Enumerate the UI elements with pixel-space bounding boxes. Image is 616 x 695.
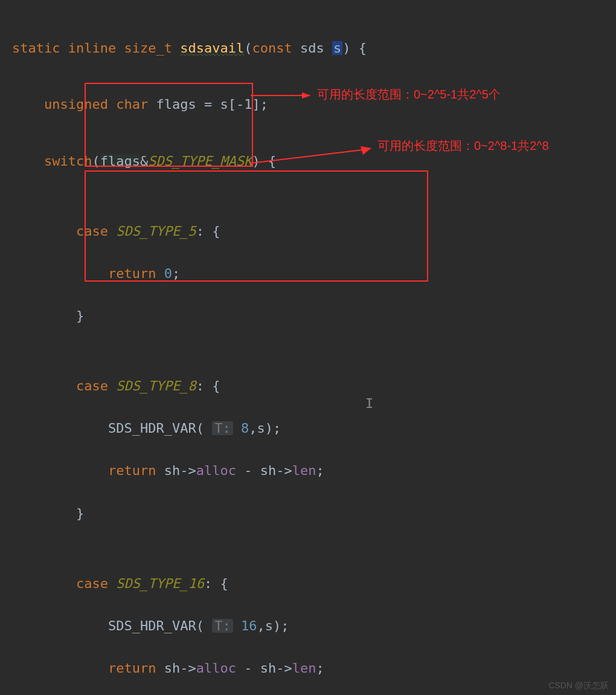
hint16: T: — [212, 619, 233, 633]
code-block: static inline size_t sdsavail(const sds … — [0, 0, 616, 695]
tval16: 16 — [241, 619, 257, 633]
semi5: ; — [172, 267, 180, 280]
kw-char: char — [116, 97, 148, 111]
minus8: - — [236, 464, 260, 477]
semi8: ; — [316, 464, 324, 477]
semi16: ; — [316, 661, 324, 675]
amp: & — [140, 154, 148, 168]
pname: s — [332, 41, 342, 55]
brace5: { — [212, 224, 220, 238]
kw-const: const — [252, 41, 292, 55]
rhs: s[-1]; — [220, 97, 268, 111]
hint8: T: — [212, 421, 233, 435]
kw-inline: inline — [68, 41, 116, 55]
var-flags: flags — [156, 97, 196, 111]
type-sizet: size_t — [124, 41, 172, 55]
rbrace8: } — [76, 506, 84, 520]
alloc16: alloc — [196, 661, 236, 675]
text-cursor-icon: I — [365, 396, 373, 411]
sh16a: sh-> — [164, 661, 196, 675]
kw-case16: case — [76, 577, 108, 590]
kw-static: static — [12, 41, 60, 55]
macro16: SDS_HDR_VAR — [108, 619, 196, 633]
watermark: CSDN @沃怎跃 — [548, 680, 609, 691]
macro8: SDS_HDR_VAR — [108, 421, 196, 435]
kw-case5: case — [76, 224, 108, 238]
sh16b: sh-> — [260, 661, 292, 675]
fn-name: sdsavail — [180, 41, 244, 55]
return8: return — [108, 464, 156, 477]
tval8: 8 — [241, 421, 249, 435]
return16: return — [108, 661, 156, 675]
kw-unsigned: unsigned — [44, 97, 108, 111]
rbrace5: } — [76, 309, 84, 323]
paren: ( — [92, 154, 100, 168]
mask: SDS_TYPE_MASK — [148, 154, 252, 168]
arg16: ,s); — [257, 619, 289, 633]
kw-case8: case — [76, 379, 108, 393]
kw-switch: switch — [44, 154, 92, 168]
close: ) { — [252, 154, 276, 168]
eq: = — [204, 97, 212, 111]
label16: SDS_TYPE_16 — [116, 577, 204, 590]
arg8: ,s); — [249, 421, 281, 435]
colon5: : — [196, 224, 204, 238]
switch-var: flags — [100, 154, 140, 168]
minus16: - — [236, 661, 260, 675]
len8: len — [292, 464, 316, 477]
alloc8: alloc — [196, 464, 236, 477]
val5: 0 — [164, 267, 172, 280]
sh8b: sh-> — [260, 464, 292, 477]
len16: len — [292, 661, 316, 675]
label5: SDS_TYPE_5 — [116, 224, 196, 238]
sig-open: ( — [244, 41, 252, 55]
sh8a: sh-> — [164, 464, 196, 477]
ptype: sds — [300, 41, 324, 55]
colon16: : { — [204, 577, 228, 590]
annotation-text-2: 可用的长度范围：0~2^8-1共2^8 — [377, 138, 549, 154]
annotation-text-1: 可用的长度范围：0~2^5-1共2^5个 — [317, 86, 501, 103]
colon8: : { — [196, 379, 220, 393]
label8: SDS_TYPE_8 — [116, 379, 196, 393]
sig-close: ) { — [342, 41, 367, 55]
return5: return — [108, 267, 156, 280]
